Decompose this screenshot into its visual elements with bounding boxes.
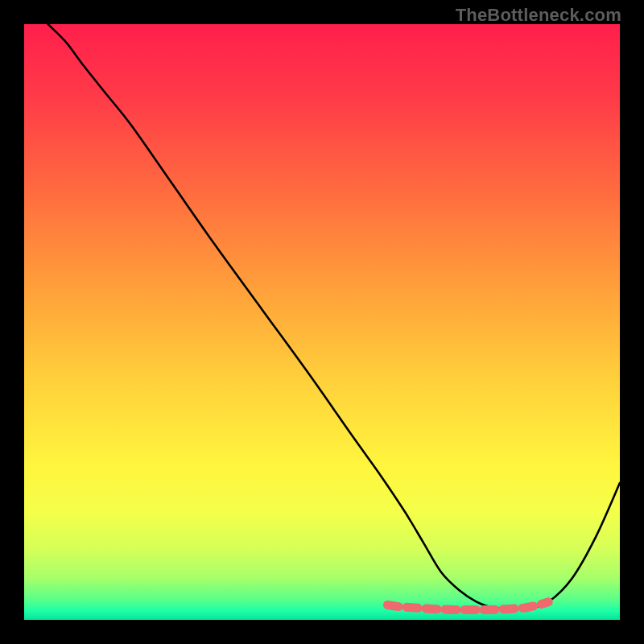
chart-frame [24, 24, 620, 620]
gradient-background [24, 24, 620, 620]
bottleneck-chart [24, 24, 620, 620]
watermark-text: TheBottleneck.com [456, 5, 621, 26]
